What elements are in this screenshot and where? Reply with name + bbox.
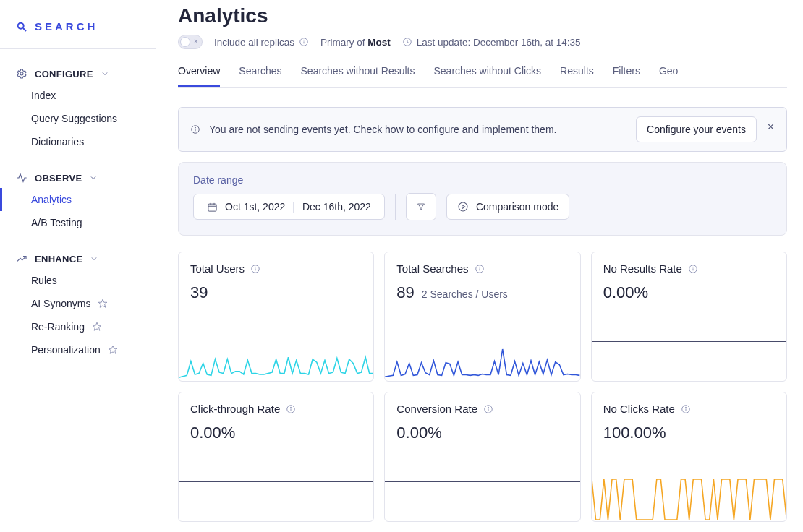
configure-events-button[interactable]: Configure your events: [636, 116, 757, 142]
card-title: Click-through Rate: [190, 403, 280, 415]
date-to: Dec 16th, 2022: [302, 201, 371, 213]
flat-line: [179, 481, 373, 482]
nav-reranking[interactable]: Re-Ranking: [0, 315, 156, 338]
calendar-icon: [207, 202, 218, 213]
svg-marker-5: [109, 346, 117, 353]
tab-overview[interactable]: Overview: [178, 62, 220, 87]
card-value: 89: [396, 283, 414, 302]
title-meta: × Include all replicas Primary of Most L…: [178, 35, 787, 49]
funnel-icon: [417, 201, 425, 213]
nav-dictionaries[interactable]: Dictionaries: [0, 130, 156, 153]
nav-personalization[interactable]: Personalization: [0, 338, 156, 361]
sparkline-no-clicks-rate: [592, 478, 786, 521]
include-replicas-toggle[interactable]: ×: [178, 35, 203, 49]
card-no-clicks-rate[interactable]: No Clicks Rate 100.00%: [591, 392, 787, 522]
chevron-down-icon: [89, 173, 98, 182]
info-icon[interactable]: [681, 404, 691, 414]
svg-point-22: [255, 267, 256, 267]
toggle-off-icon: ×: [194, 37, 198, 46]
card-total-users[interactable]: Total Users 39: [178, 252, 374, 382]
tab-results[interactable]: Results: [560, 62, 594, 87]
tab-geo[interactable]: Geo: [659, 62, 678, 87]
svg-rect-13: [208, 204, 216, 211]
brand[interactable]: SEARCH: [0, 20, 156, 49]
nav-query-suggestions[interactable]: Query Suggestions: [0, 107, 156, 130]
brand-label: SEARCH: [35, 20, 98, 33]
nav-index[interactable]: Index: [0, 84, 156, 107]
tab-filters[interactable]: Filters: [613, 62, 640, 87]
info-icon[interactable]: [688, 264, 698, 274]
card-title: Total Users: [190, 262, 245, 275]
card-ctr[interactable]: Click-through Rate 0.00%: [178, 392, 374, 522]
activity-icon: [16, 172, 27, 184]
toggle-knob: [180, 37, 190, 47]
svg-point-34: [488, 407, 489, 408]
info-icon[interactable]: [299, 37, 309, 47]
card-value: 0.00%: [396, 424, 441, 442]
card-sub: 2 Searches / Users: [422, 288, 508, 300]
date-separator: |: [292, 201, 295, 213]
star-icon: [108, 345, 118, 355]
search-brand-icon: [16, 21, 27, 33]
info-icon[interactable]: [483, 404, 493, 414]
svg-marker-4: [93, 322, 101, 330]
chevron-down-icon: [90, 254, 98, 263]
star-icon: [98, 299, 108, 309]
filter-bar: Date range Oct 1st, 2022 | Dec 16th, 202…: [178, 162, 787, 236]
star-icon: [92, 322, 102, 332]
date-range-button[interactable]: Oct 1st, 2022 | Dec 16th, 2022: [193, 194, 385, 220]
svg-point-37: [685, 407, 686, 408]
nav-rules[interactable]: Rules: [0, 269, 156, 292]
banner-message: You are not sending events yet. Check ho…: [209, 124, 556, 135]
tab-searches[interactable]: Searches: [239, 62, 281, 87]
section-label: OBSERVE: [35, 173, 82, 184]
nav-ab-testing[interactable]: A/B Testing: [0, 211, 156, 234]
trend-icon: [16, 253, 27, 265]
comparison-mode-button[interactable]: Comparison mode: [446, 194, 569, 220]
card-conversion[interactable]: Conversion Rate 0.00%: [384, 392, 580, 522]
last-update: Last update: December 16th, at 14:35: [417, 37, 581, 48]
events-banner: You are not sending events yet. Check ho…: [178, 107, 787, 152]
svg-point-2: [20, 72, 23, 75]
main: Analytics × Include all replicas Primary…: [156, 0, 803, 532]
comparison-label: Comparison mode: [476, 201, 558, 213]
info-icon[interactable]: [475, 264, 485, 274]
filter-button[interactable]: [406, 193, 436, 220]
card-value: 39: [190, 283, 208, 302]
info-icon[interactable]: [286, 404, 296, 414]
svg-point-28: [692, 267, 693, 267]
svg-point-12: [195, 127, 196, 128]
sparkline-total-searches: [385, 338, 579, 381]
card-value: 0.00%: [190, 424, 235, 442]
tab-searches-without-clicks[interactable]: Searches without Clicks: [433, 62, 541, 87]
svg-marker-3: [99, 299, 108, 307]
card-total-searches[interactable]: Total Searches 89 2 Searches / Users: [384, 252, 580, 382]
flat-line: [385, 481, 579, 482]
close-icon[interactable]: ✕: [767, 121, 775, 132]
svg-line-1: [23, 28, 26, 31]
svg-point-8: [304, 40, 305, 40]
include-replicas-label: Include all replicas: [214, 37, 294, 48]
card-title: No Results Rate: [603, 262, 682, 275]
date-range-label: Date range: [193, 174, 772, 186]
nav-ai-synonyms[interactable]: AI Synonyms: [0, 292, 156, 315]
section-label: CONFIGURE: [35, 69, 93, 80]
page-title: Analytics: [178, 4, 787, 27]
gear-icon: [16, 68, 27, 80]
info-icon[interactable]: [250, 264, 260, 274]
section-enhance[interactable]: ENHANCE: [0, 253, 156, 265]
card-value: 100.00%: [603, 424, 666, 442]
clock-icon: [402, 37, 412, 47]
nav-analytics[interactable]: Analytics: [0, 188, 156, 211]
date-from: Oct 1st, 2022: [225, 201, 285, 213]
svg-marker-17: [417, 204, 424, 210]
card-value: 0.00%: [603, 283, 648, 302]
section-configure[interactable]: CONFIGURE: [0, 68, 156, 80]
sparkline-total-users: [179, 338, 373, 381]
primary-index[interactable]: Most: [367, 37, 391, 48]
section-observe[interactable]: OBSERVE: [0, 172, 156, 184]
tab-searches-without-results[interactable]: Searches without Results: [301, 62, 415, 87]
card-no-results-rate[interactable]: No Results Rate 0.00%: [591, 252, 787, 382]
card-title: No Clicks Rate: [603, 403, 675, 415]
card-title: Total Searches: [396, 262, 468, 275]
